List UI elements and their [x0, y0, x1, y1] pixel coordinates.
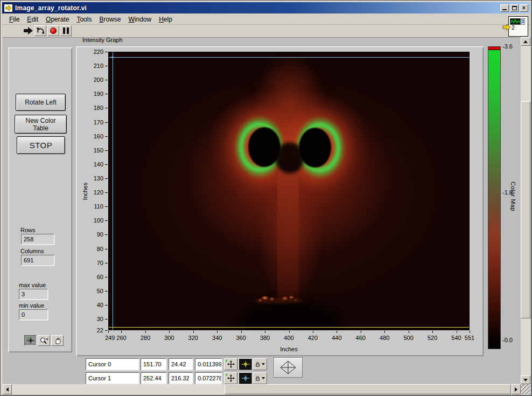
minimize-button[interactable] [500, 4, 509, 12]
max-value-label: max value [19, 282, 46, 288]
cursor-1-move-button[interactable] [224, 372, 237, 384]
scroll-left-button[interactable] [3, 384, 12, 394]
cursor-0-z-field[interactable]: 0.011399 [195, 358, 222, 370]
cursor-0-crosshair-icon [241, 361, 250, 367]
menu-tools[interactable]: Tools [73, 15, 95, 24]
x-axis-label: Inches [108, 346, 470, 352]
run-button[interactable] [22, 25, 34, 36]
app-window: Image_array_rotator.vi × File Edit Opera… [0, 0, 532, 396]
graph-zoom-tool-button[interactable] [38, 335, 50, 346]
cursor-0-move-button[interactable] [224, 358, 237, 370]
cursor-nav-diamond-button[interactable] [274, 357, 303, 378]
vi-icon-column [521, 18, 525, 25]
right-arrow-icon [515, 387, 517, 392]
rotate-left-button[interactable]: Rotate Left [16, 94, 66, 111]
dropdown-arrow-icon [262, 363, 265, 365]
cursor-1-lock-button[interactable] [253, 372, 267, 384]
color-scale-label: Color Map [510, 182, 516, 211]
x-axis: 2492602803003203403603804004204404604805… [108, 330, 470, 346]
color-scale-gradient [488, 50, 500, 349]
labview-arrow-glyph [5, 5, 12, 11]
run-continuously-icon [36, 26, 45, 35]
title-bar[interactable]: Image_array_rotator.vi × [2, 2, 530, 13]
dropdown-arrow-icon [262, 377, 265, 379]
cursor-1-marker[interactable]: × [111, 54, 114, 60]
run-arrow-icon [23, 26, 33, 35]
menu-operate[interactable]: Operate [42, 15, 73, 24]
scroll-up-button[interactable] [521, 37, 530, 46]
vi-icon-number: 2 [512, 25, 515, 31]
menu-help[interactable]: Help [155, 15, 176, 24]
labview-app-icon [4, 4, 13, 12]
cursor-1-crosshair-button[interactable] [239, 372, 252, 384]
waveform-icon [510, 18, 521, 25]
abort-button[interactable] [47, 25, 59, 36]
new-color-table-button[interactable]: New Color Table [15, 115, 67, 134]
graph-cursor-tool-button[interactable] [24, 335, 37, 346]
scroll-right-button[interactable] [512, 384, 521, 394]
vi-icon-arrow [502, 24, 511, 32]
cursor-0-y-field[interactable]: 24.42 [169, 358, 193, 370]
menu-file[interactable]: File [5, 15, 23, 24]
graph-pan-tool-button[interactable] [51, 335, 64, 346]
lock-icon [255, 375, 261, 381]
columns-field[interactable]: 691 [21, 255, 54, 266]
vi-icon-body [510, 18, 527, 25]
up-arrow-icon [523, 40, 528, 43]
y-axis: 2202102001901801701601501401301201101009… [76, 52, 108, 330]
menu-edit[interactable]: Edit [23, 15, 42, 24]
scroll-down-button[interactable] [521, 376, 530, 384]
horizontal-scrollbar[interactable] [3, 384, 521, 394]
rows-field[interactable]: 258 [21, 234, 54, 245]
cursor-0-crosshair-button[interactable] [239, 358, 252, 370]
close-button[interactable]: × [520, 4, 528, 12]
move-icon [227, 360, 235, 368]
magnifier-icon [39, 337, 49, 344]
run-continuously-button[interactable] [34, 25, 46, 36]
toolbar: 2 [2, 25, 530, 37]
intensity-graph-plot[interactable]: × [108, 52, 470, 330]
color-scale[interactable] [488, 46, 501, 349]
max-value-field[interactable]: 3 [19, 289, 48, 300]
cursor-1-name-field[interactable]: Cursor 1 [86, 372, 139, 384]
pause-icon [63, 27, 69, 34]
menu-browse[interactable]: Browse [95, 15, 124, 24]
maximize-icon [512, 6, 517, 10]
hand-icon [54, 337, 61, 344]
menu-bar: File Edit Operate Tools Browse Window He… [2, 14, 530, 25]
vertical-scrollbar[interactable] [521, 37, 530, 384]
menu-window[interactable]: Window [124, 15, 155, 24]
graph-title: Intensity Graph [82, 37, 123, 43]
maximize-button[interactable] [510, 4, 519, 12]
move-icon [227, 374, 235, 382]
intensity-image [109, 52, 469, 330]
lock-icon [255, 361, 261, 367]
cursor-1-z-field[interactable]: 0.072278 [195, 372, 222, 384]
cursor-active-dot [226, 374, 227, 376]
cursor-1-y-field[interactable]: 216.32 [169, 372, 193, 384]
cursor-1-x-field[interactable]: 252.44 [141, 372, 166, 384]
columns-label: Columns [20, 248, 44, 254]
window-title: Image_array_rotator.vi [15, 4, 499, 12]
stop-button[interactable]: STOP [17, 136, 65, 154]
cursor-0-x-field[interactable]: 151.70 [141, 358, 166, 370]
left-arrow-icon [6, 387, 9, 392]
cursor-1-crosshair-icon [241, 375, 250, 381]
vi-panel-icon[interactable]: 2 [508, 16, 528, 37]
minimize-icon [502, 9, 507, 10]
horizontal-scroll-thumb[interactable] [225, 384, 511, 394]
resize-grip[interactable] [521, 384, 530, 394]
min-value-field[interactable]: 0 [19, 309, 48, 320]
art-vignette [109, 52, 469, 330]
rows-label: Rows [20, 227, 36, 233]
diamond-nav-icon [277, 360, 299, 375]
cursor-0-name-field[interactable]: Cursor 0 [86, 358, 139, 370]
pause-button[interactable] [60, 25, 72, 36]
y-axis-label: Inches [81, 52, 89, 330]
crosshair-tool-icon [26, 337, 35, 344]
min-value-label: min value [19, 302, 44, 309]
cursor-active-dot [226, 360, 227, 362]
vertical-scroll-thumb[interactable] [521, 101, 530, 318]
cursor-0-lock-button[interactable] [253, 358, 267, 370]
down-arrow-icon [523, 379, 528, 381]
